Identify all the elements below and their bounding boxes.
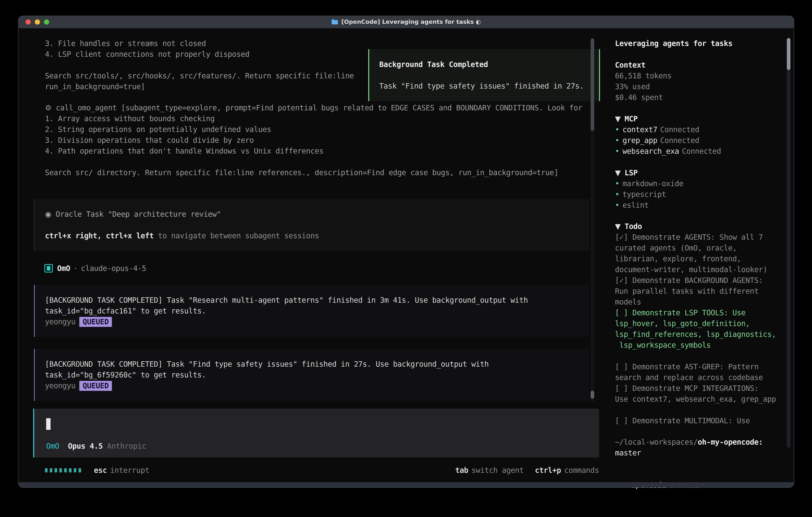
lsp-item: •markdown-oxide [615, 178, 684, 189]
sidebar-context-section: Context 66,518 tokens 33% used $0.46 spe… [615, 60, 671, 103]
agent-header: OmO · claude-opus-4-5 [45, 263, 146, 274]
subagent-session-title: Oracle Task "Deep architecture review" [56, 210, 221, 219]
mcp-item: •websearch_exaConnected [615, 146, 721, 157]
notification-title: Background Task Completed [379, 59, 488, 70]
todo-line: [✓] Demonstrate AGENTS: Show all 7 [615, 232, 776, 243]
sidebar-scrollbar-thumb[interactable] [787, 38, 790, 70]
lsp-section-header[interactable]: ▼LSP [615, 167, 684, 178]
todo-line: librarian, explore, frontend, [615, 253, 776, 264]
collapse-triangle-icon: ▼ [615, 168, 620, 177]
task-message-line: task_id="bg_6f59260c" to get results. [45, 370, 206, 380]
tool-call-text: call_omo_agent [subagent_type=explore, p… [56, 104, 582, 112]
todo-line: [ ] Demonstrate MCP INTEGRATIONS: [615, 383, 776, 394]
prompt-input[interactable]: OmO Opus 4.5 Anthropic [33, 409, 599, 457]
terminal-line: 3. File handles or streams not closed [45, 38, 354, 49]
todo-line: [✓] Demonstrate BACKGROUND AGENTS: [615, 275, 776, 286]
task-message-line: [BACKGROUND TASK COMPLETED] Task "Find t… [45, 359, 489, 370]
terminal-line: run_in_background=true] [45, 81, 354, 92]
workspace-path: ~/local-workspaces/ [615, 438, 698, 446]
context-tokens: 66,518 tokens [615, 71, 671, 81]
interrupt-progress-dots [45, 468, 81, 472]
terminal-line: Search src/ directory. Return specific f… [45, 167, 582, 178]
terminal-line: 3. Division operations that could divide… [45, 135, 582, 146]
separator-dot: · [73, 264, 78, 273]
mcp-item-name: grep_app [622, 136, 657, 145]
todo-line-active: lsp_workspace_symbols [615, 340, 776, 351]
ctrl-p-key-label: commands [564, 466, 599, 474]
context-used: 33% used [615, 81, 671, 92]
todo-line-active: lsp_find_references, lsp_diagnostics, [615, 329, 776, 340]
session-icon: ◉ [45, 210, 51, 219]
folder-icon [331, 19, 338, 25]
mcp-section-header[interactable]: ▼MCP [615, 113, 721, 124]
terminal-line [45, 157, 582, 167]
terminal-line: 1. Array access without bounds checking [45, 113, 582, 124]
lsp-item: •eslint [615, 200, 684, 211]
sidebar-lsp-section: ▼LSP •markdown-oxide •typescript •eslint [615, 167, 684, 211]
workspace-repo: oh-my-opencode: [698, 438, 763, 446]
todo-line-active: [ ] Demonstrate LSP TOOLS: Use [615, 307, 776, 318]
todo-heading: Todo [625, 222, 642, 231]
agent-model: claude-opus-4-5 [81, 264, 146, 273]
mcp-item: •grep_appConnected [615, 135, 721, 146]
background-task-message: [BACKGROUND TASK COMPLETED] Task "Find t… [34, 349, 589, 401]
mcp-heading: MCP [625, 114, 638, 123]
input-meta: OmO Opus 4.5 Anthropic [46, 441, 146, 452]
sidebar-todo-section: ▼Todo [✓] Demonstrate AGENTS: Show all 7… [615, 221, 776, 426]
todo-line: document-writer, multimodal-looker) [615, 264, 776, 275]
input-model-name: Opus 4.5 [68, 442, 103, 451]
mcp-item-name: context7 [622, 125, 657, 134]
todo-section-header[interactable]: ▼Todo [615, 221, 776, 232]
terminal-line: 4. LSP client connections not properly d… [45, 49, 354, 60]
sidebar-version: •OpenCode1.0.163 [615, 469, 699, 480]
mcp-item: •context7Connected [615, 124, 721, 135]
mcp-item-status: Connected [660, 136, 699, 145]
bullet-dot-icon: • [615, 147, 619, 156]
todo-line [615, 351, 776, 361]
mcp-item-name: websearch_exa [622, 147, 679, 156]
input-agent-name: OmO [46, 442, 59, 451]
terminal-line: 2. String operations on potentially unde… [45, 124, 582, 135]
lsp-item-name: eslint [622, 201, 649, 210]
task-message-line: [BACKGROUND TASK COMPLETED] Task "Resear… [45, 295, 528, 306]
tab-key-label: switch agent [471, 466, 524, 474]
window-title-text: [OpenCode] Leveraging agents for tasks ◐ [341, 19, 481, 25]
main-scrollbar-end[interactable] [590, 391, 594, 399]
todo-line: [ ] Demonstrate MULTIMODAL: Use [615, 415, 776, 426]
subagent-session-card[interactable]: ◉ Oracle Task "Deep architecture review"… [34, 199, 589, 251]
status-badge: QUEUED [79, 317, 112, 327]
keyboard-hint-keys: ctrl+x right, ctrl+x left [45, 232, 154, 240]
terminal-line [45, 60, 354, 71]
sidebar-scrollbar-track[interactable] [787, 38, 790, 448]
task-message-line: task_id="bg_dcfac161" to get results. [45, 306, 206, 317]
workspace-branch: master [615, 447, 763, 458]
ctrl-p-key-hint: ctrl+p [535, 466, 561, 474]
todo-line: curated agents (OmO, oracle, [615, 243, 776, 253]
background-task-message: [BACKGROUND TASK COMPLETED] Task "Resear… [34, 285, 589, 337]
text-cursor [46, 418, 51, 430]
terminal-line: 4. Path operations that don't handle Win… [45, 146, 582, 157]
tool-call-header: ⚙ call_omo_agent [subagent_type=explore,… [45, 103, 582, 113]
todo-line: models [615, 297, 776, 307]
todo-line: Run parallel tasks with different [615, 286, 776, 297]
terminal-line: Search src/tools/, src/hooks/, src/featu… [45, 71, 354, 81]
esc-key-label: interrupt [110, 466, 149, 474]
bullet-dot-icon: • [615, 179, 619, 188]
todo-line: search and replace across codebase [615, 372, 776, 383]
bullet-dot-icon: • [615, 190, 619, 199]
main-scrollbar-thumb[interactable] [590, 38, 594, 131]
sidebar-mcp-section: ▼MCP •context7Connected •grep_appConnect… [615, 113, 721, 157]
window-title: [OpenCode] Leveraging agents for tasks ◐ [18, 16, 794, 28]
title-bar[interactable]: [OpenCode] Leveraging agents for tasks ◐ [18, 16, 794, 28]
todo-line: Use context7, websearch_exa, grep_app [615, 394, 776, 405]
todo-line-active: lsp_hover, lsp_goto_definition, [615, 318, 776, 329]
task-author: yeongyu [45, 381, 75, 390]
window-bottom-strip [19, 482, 794, 487]
notification-body: Task "Find type safety issues" finished … [379, 81, 584, 91]
context-heading: Context [615, 60, 671, 71]
collapse-triangle-icon: ▼ [615, 222, 620, 231]
collapse-triangle-icon: ▼ [615, 114, 620, 123]
bullet-dot-icon: • [615, 136, 619, 145]
keyboard-hint-text: to navigate between subagent sessions [154, 232, 319, 240]
todo-line [615, 405, 776, 415]
